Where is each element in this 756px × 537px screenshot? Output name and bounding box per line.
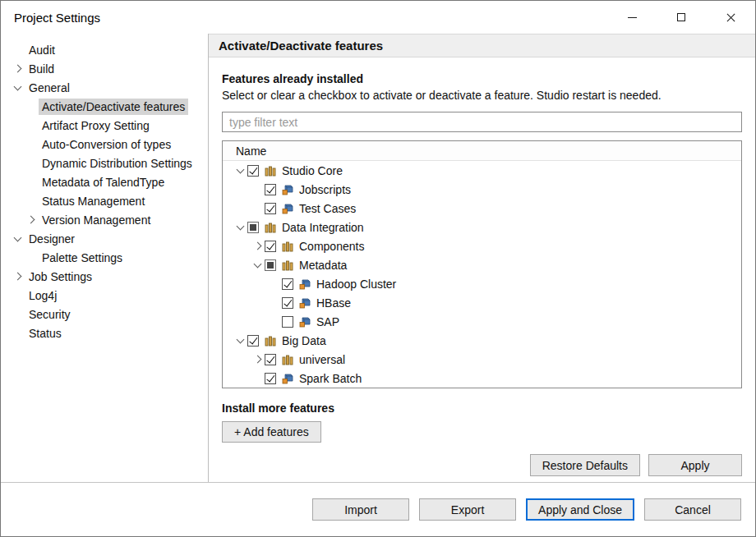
sidebar-item-security[interactable]: Security: [1, 305, 208, 324]
sidebar-item-audit[interactable]: Audit: [1, 40, 208, 59]
sidebar-item-general[interactable]: General: [1, 78, 208, 97]
sidebar-item-label: Artifact Proxy Setting: [39, 117, 153, 134]
name-column-header[interactable]: Name: [223, 141, 741, 161]
sidebar-item-label: Activate/Deactivate features: [39, 99, 188, 115]
tree-item-test-cases[interactable]: Test Cases: [223, 199, 741, 218]
apply-button[interactable]: Apply: [648, 454, 742, 476]
sidebar-item-status[interactable]: Status: [1, 324, 208, 342]
feature-checkbox[interactable]: [265, 259, 276, 271]
feature-category-icon: [264, 221, 277, 234]
sidebar-item-label: Palette Settings: [39, 250, 126, 266]
feature-checkbox[interactable]: [265, 241, 276, 252]
sidebar-item-label: Log4j: [25, 287, 60, 304]
tree-item-hadoop-cluster[interactable]: Hadoop Cluster: [223, 274, 741, 293]
feature-category-icon: [264, 164, 277, 177]
sidebar-item-label: General: [25, 80, 73, 96]
feature-checkbox[interactable]: [282, 278, 293, 290]
tree-item-metadata[interactable]: Metadata: [223, 255, 741, 274]
settings-main-pane: Activate/Deactivate features Features al…: [208, 34, 755, 482]
feature-checkbox[interactable]: [247, 165, 259, 177]
tree-item-hbase[interactable]: HBase: [223, 293, 741, 312]
chevron-down-icon[interactable]: [9, 237, 25, 241]
sidebar-item-activate-deactivate-features[interactable]: Activate/Deactivate features: [1, 97, 208, 116]
sidebar-item-label: Security: [25, 306, 74, 323]
tree-item-label: Big Data: [282, 334, 326, 347]
sidebar-item-designer[interactable]: Designer: [1, 229, 208, 248]
sidebar-item-version-management[interactable]: Version Management: [1, 210, 208, 229]
window-title: Project Settings: [1, 11, 607, 25]
feature-checkbox[interactable]: [265, 354, 276, 365]
dialog-body: AuditBuildGeneralActivate/Deactivate fea…: [1, 34, 755, 482]
tree-item-jobscripts[interactable]: Jobscripts: [223, 180, 741, 199]
tree-item-big-data[interactable]: Big Data: [223, 331, 741, 350]
chevron-right-icon[interactable]: [9, 66, 25, 71]
tree-item-label: Spark Batch: [299, 372, 362, 385]
feature-category-icon: [264, 334, 277, 347]
import-button[interactable]: Import: [312, 498, 409, 521]
chevron-right-icon[interactable]: [9, 273, 25, 279]
filter-input[interactable]: [222, 112, 742, 132]
feature-checkbox[interactable]: [282, 316, 293, 328]
window-controls: [607, 1, 755, 34]
tree-item-label: Data Integration: [282, 221, 364, 234]
tree-item-sap[interactable]: SAP: [223, 312, 741, 331]
chevron-down-icon[interactable]: [9, 86, 25, 90]
feature-checkbox[interactable]: [247, 222, 259, 233]
sidebar-item-job-settings[interactable]: Job Settings: [1, 267, 208, 286]
cancel-button[interactable]: Cancel: [644, 498, 741, 521]
sidebar-item-dynamic-distribution-settings[interactable]: Dynamic Distribution Settings: [1, 154, 208, 172]
export-button[interactable]: Export: [419, 498, 516, 521]
feature-checkbox[interactable]: [265, 203, 276, 214]
close-button[interactable]: [706, 1, 755, 34]
sidebar-item-label: Dynamic Distribution Settings: [39, 155, 196, 172]
chevron-down-icon[interactable]: [233, 339, 247, 342]
sidebar-item-label: Version Management: [39, 212, 154, 228]
tree-item-universal[interactable]: universal: [223, 350, 741, 369]
tree-item-data-integration[interactable]: Data Integration: [223, 218, 741, 236]
sidebar-item-log4j[interactable]: Log4j: [1, 286, 208, 305]
tree-item-label: Studio Core: [282, 164, 343, 177]
plugin-icon: [298, 278, 311, 291]
sidebar-item-build[interactable]: Build: [1, 59, 208, 78]
add-features-button[interactable]: + Add features: [222, 421, 321, 443]
chevron-right-icon[interactable]: [22, 217, 39, 223]
minimize-button[interactable]: [607, 1, 657, 34]
plugin-icon: [298, 315, 311, 328]
apply-and-close-button[interactable]: Apply and Close: [526, 498, 634, 521]
pane-button-row: Restore Defaults Apply: [222, 454, 742, 476]
feature-checkbox[interactable]: [282, 297, 293, 309]
tree-item-spark-batch[interactable]: Spark Batch: [223, 369, 741, 388]
tree-item-label: HBase: [316, 296, 351, 310]
tree-item-components[interactable]: Components: [223, 236, 741, 255]
maximize-button[interactable]: [657, 1, 706, 34]
sidebar-item-label: Auto-Conversion of types: [39, 136, 174, 153]
dialog-footer: Import Export Apply and Close Cancel: [1, 482, 755, 536]
sidebar-item-palette-settings[interactable]: Palette Settings: [1, 248, 208, 267]
minimize-icon: [628, 17, 637, 18]
chevron-down-icon[interactable]: [250, 264, 265, 267]
chevron-right-icon[interactable]: [250, 356, 265, 362]
chevron-right-icon[interactable]: [250, 243, 265, 249]
feature-checkbox[interactable]: [265, 184, 276, 195]
title-bar[interactable]: Project Settings: [1, 1, 755, 34]
tree-item-studio-core[interactable]: Studio Core: [223, 161, 741, 180]
install-more-title: Install more features: [222, 402, 742, 415]
plugin-icon: [298, 296, 311, 310]
chevron-down-icon[interactable]: [233, 226, 247, 229]
feature-checkbox[interactable]: [265, 373, 276, 384]
tree-item-label: Metadata: [299, 259, 347, 272]
tree-item-label: Components: [299, 240, 364, 253]
chevron-down-icon[interactable]: [233, 169, 247, 172]
sidebar-item-auto-conversion-of-types[interactable]: Auto-Conversion of types: [1, 135, 208, 154]
restore-defaults-button[interactable]: Restore Defaults: [530, 454, 640, 476]
tree-item-label: Jobscripts: [299, 183, 351, 196]
sidebar-item-artifact-proxy-setting[interactable]: Artifact Proxy Setting: [1, 116, 208, 135]
feature-checkbox[interactable]: [247, 335, 259, 347]
sidebar-item-status-management[interactable]: Status Management: [1, 191, 208, 210]
tree-item-label: Hadoop Cluster: [316, 278, 396, 291]
features-tree: Name Studio CoreJobscriptsTest CasesData…: [222, 140, 742, 388]
sidebar-item-label: Status: [25, 325, 65, 342]
sidebar-item-metadata-of-talendtype[interactable]: Metadata of TalendType: [1, 172, 208, 191]
page-title: Activate/Deactivate features: [209, 34, 755, 57]
installed-features-title: Features already installed: [222, 72, 742, 85]
